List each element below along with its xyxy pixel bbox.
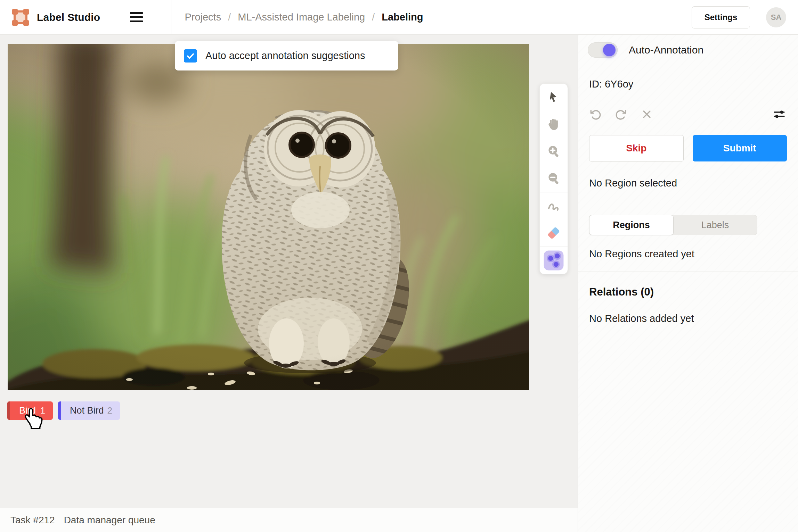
zoom-in-tool-button[interactable] [539,138,568,165]
hamburger-icon [130,12,143,14]
label-text: Bird [19,405,36,416]
auto-annotation-label: Auto-Annotation [629,44,703,56]
header: Label Studio Projects / ML-Assisted Imag… [0,0,798,35]
sidebar-divider [578,201,798,201]
breadcrumb-item-project-name[interactable]: ML-Assisted Image Labeling [238,11,365,23]
reset-button[interactable] [641,108,653,120]
breadcrumb-separator: / [372,11,375,23]
status-bar: Task #212 Data manager queue [0,508,578,532]
annotation-panel: ID: 6Y6oy [578,65,798,324]
close-icon [641,108,653,120]
label-text: Not Bird [70,405,104,416]
zoom-out-tool-button[interactable] [539,165,568,192]
task-id-text: Task #212 [10,515,55,526]
breadcrumb-item-labeling: Labeling [382,11,423,23]
regions-labels-tabs: Regions Labels [589,215,757,235]
label-bird-button[interactable]: Bird 1 [7,401,53,420]
hamburger-menu-button[interactable] [130,7,151,28]
image-toolbar [539,83,568,274]
auto-annotation-row: Auto-Annotation [578,35,798,65]
redo-button[interactable] [615,108,627,120]
undo-icon [589,108,602,120]
no-region-text: No Region selected [589,177,787,189]
zoom-in-icon [546,144,561,159]
undo-button[interactable] [589,108,602,120]
owl-photo [8,44,529,390]
hand-icon [546,117,561,132]
sidebar-divider [578,272,798,272]
label-notbird-button[interactable]: Not Bird 2 [58,401,120,420]
view-settings-button[interactable] [773,108,785,120]
eraser-icon [546,226,561,240]
header-divider [171,0,171,35]
breadcrumb-separator: / [228,11,231,23]
label-studio-app: Label Studio Projects / ML-Assisted Imag… [0,0,798,532]
auto-accept-card: Auto accept annotation suggestions [175,41,398,70]
image-canvas[interactable] [8,44,529,390]
avatar[interactable]: SA [766,7,786,27]
magic-wand-tool-button[interactable] [539,247,568,274]
no-relations-text: No Relations added yet [589,313,787,324]
tab-labels[interactable]: Labels [673,215,757,235]
app-logo-icon [12,9,29,26]
annotation-controls [589,108,787,120]
submit-button[interactable]: Submit [693,135,787,161]
brush-tool-button[interactable] [539,192,568,219]
header-right: Settings SA [692,6,786,28]
sliders-icon [773,109,785,119]
breadcrumb: Projects / ML-Assisted Image Labeling / … [185,11,423,23]
cursor-arrow-icon [547,90,561,104]
move-tool-button[interactable] [539,84,568,111]
auto-annotation-toggle[interactable] [588,42,618,58]
label-buttons-row: Bird 1 Not Bird 2 [7,401,120,420]
no-regions-text: No Regions created yet [589,248,787,260]
label-color-stripe [7,401,10,420]
toggle-knob [603,44,616,56]
tab-regions[interactable]: Regions [589,215,674,235]
brush-icon [546,199,561,213]
annotation-id-text: ID: 6Y6oy [589,78,787,90]
relations-title: Relations (0) [589,286,787,298]
label-color-stripe [58,401,61,420]
label-hotkey: 1 [40,405,45,416]
auto-accept-checkbox[interactable] [184,49,197,63]
breadcrumb-item-projects[interactable]: Projects [185,11,221,23]
eraser-tool-button[interactable] [539,219,568,247]
label-hotkey: 2 [107,405,112,416]
sidebar: Auto-Annotation ID: 6Y6oy [578,35,798,532]
app-title: Label Studio [37,11,100,23]
auto-accept-label: Auto accept annotation suggestions [205,50,365,61]
keypoints-icon [543,250,565,271]
zoom-out-icon [546,171,561,186]
checkmark-icon [186,51,195,60]
queue-name-text: Data manager queue [64,515,155,526]
pan-tool-button[interactable] [539,111,568,138]
redo-icon [615,108,627,120]
action-buttons: Skip Submit [589,135,787,161]
skip-button[interactable]: Skip [589,135,684,161]
settings-button[interactable]: Settings [692,6,750,28]
